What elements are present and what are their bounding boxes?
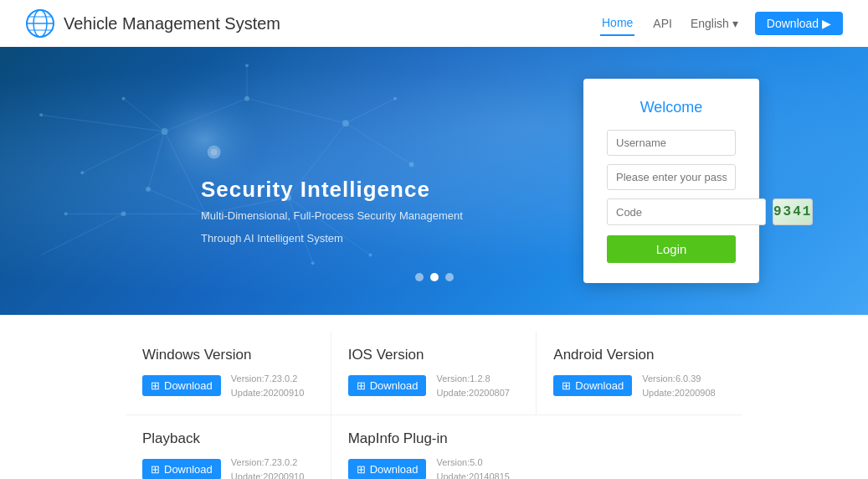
playback-meta: Version:7.23.0.2 Update:20200910 [231,456,304,479]
hero-title: Security Intelligence [201,177,463,203]
android-download-row: ⊞ Download Version:6.0.39 Update:2020090… [553,372,726,399]
site-title: Vehicle Management System [64,14,280,33]
ios-icon: ⊞ [357,379,366,392]
header-download-button[interactable]: Download ▶ [755,12,843,35]
captcha-image[interactable]: 9341 [773,198,813,225]
carousel-dots [415,273,454,281]
globe-icon [25,8,55,39]
carousel-dot-1[interactable] [415,273,424,281]
svg-point-41 [211,149,218,156]
main-nav: Home API English ▾ Download ▶ [600,11,843,36]
android-version-title: Android Version [553,347,726,363]
downloads-section: Windows Version ⊞ Download Version:7.23.… [0,315,868,479]
playback-download-row: ⊞ Download Version:7.23.0.2 Update:20200… [142,456,314,479]
svg-point-31 [80,171,84,174]
hero-subtitle-2: Through AI Intelligent System [201,230,463,248]
download-item-empty [537,415,742,479]
windows-icon: ⊞ [151,379,160,392]
svg-point-39 [311,261,315,265]
header: Vehicle Management System Home API Engli… [0,0,868,47]
carousel-dot-2[interactable] [430,273,439,281]
android-meta: Version:6.0.39 Update:20200908 [642,372,715,399]
download-item-ios: IOS Version ⊞ Download Version:1.2.8 Upd… [331,332,537,415]
mapinfo-meta: Version:5.0 Update:20140815 [436,456,509,479]
windows-download-button[interactable]: ⊞ Download [142,375,221,396]
captcha-input[interactable] [607,198,766,225]
download-item-playback: Playback ⊞ Download Version:7.23.0.2 Upd… [126,415,331,479]
logo-area: Vehicle Management System [25,8,280,39]
svg-point-36 [369,254,372,257]
login-title: Welcome [607,99,736,116]
svg-point-38 [146,187,151,192]
android-icon: ⊞ [562,379,571,392]
svg-point-29 [121,211,126,216]
svg-point-24 [162,128,168,135]
download-grid: Windows Version ⊞ Download Version:7.23.… [126,332,742,479]
svg-point-30 [39,113,43,116]
playback-icon: ⊞ [151,463,160,476]
hero-text: Security Intelligence Multi-Dimensional,… [201,177,463,248]
playback-title: Playback [142,430,314,447]
windows-version-title: Windows Version [142,347,314,363]
nav-language[interactable]: English ▾ [691,17,738,30]
svg-point-26 [342,120,349,126]
mapinfo-download-button[interactable]: ⊞ Download [348,459,427,479]
svg-point-34 [245,64,249,67]
playback-download-button[interactable]: ⊞ Download [142,459,221,479]
ios-meta: Version:1.2.8 Update:20200807 [436,372,509,399]
hero-section: Security Intelligence Multi-Dimensional,… [0,47,868,315]
mapinfo-title: MapInfo Plug-in [348,430,521,447]
download-item-android: Android Version ⊞ Download Version:6.0.3… [537,332,742,415]
svg-point-25 [244,96,249,101]
svg-point-32 [409,162,414,167]
svg-line-15 [346,123,412,164]
svg-point-33 [393,97,397,100]
carousel-dot-3[interactable] [445,273,454,281]
download-item-windows: Windows Version ⊞ Download Version:7.23.… [126,332,331,415]
nav-home[interactable]: Home [600,11,634,36]
download-item-mapinfo: MapInfo Plug-in ⊞ Download Version:5.0 U… [331,415,537,479]
username-input[interactable] [607,130,736,156]
captcha-row: 9341 [607,198,736,225]
svg-line-13 [41,214,123,255]
svg-point-35 [64,212,68,215]
login-card: Welcome 9341 Login [583,79,759,283]
mapinfo-icon: ⊞ [357,463,366,476]
svg-line-23 [346,99,395,124]
svg-point-37 [122,97,126,100]
windows-meta: Version:7.23.0.2 Update:20200910 [231,372,304,399]
chevron-down-icon: ▾ [732,17,738,30]
password-input[interactable] [607,164,736,190]
mapinfo-download-row: ⊞ Download Version:5.0 Update:20140815 [348,456,521,479]
windows-download-row: ⊞ Download Version:7.23.0.2 Update:20200… [142,372,314,399]
android-download-button[interactable]: ⊞ Download [553,375,632,396]
login-button[interactable]: Login [607,235,736,263]
ios-download-row: ⊞ Download Version:1.2.8 Update:20200807 [348,372,520,399]
ios-version-title: IOS Version [348,347,520,363]
hero-subtitle-1: Multi-Dimensional, Full-Process Security… [201,208,463,225]
nav-api[interactable]: API [651,12,674,35]
ios-download-button[interactable]: ⊞ Download [348,375,427,396]
